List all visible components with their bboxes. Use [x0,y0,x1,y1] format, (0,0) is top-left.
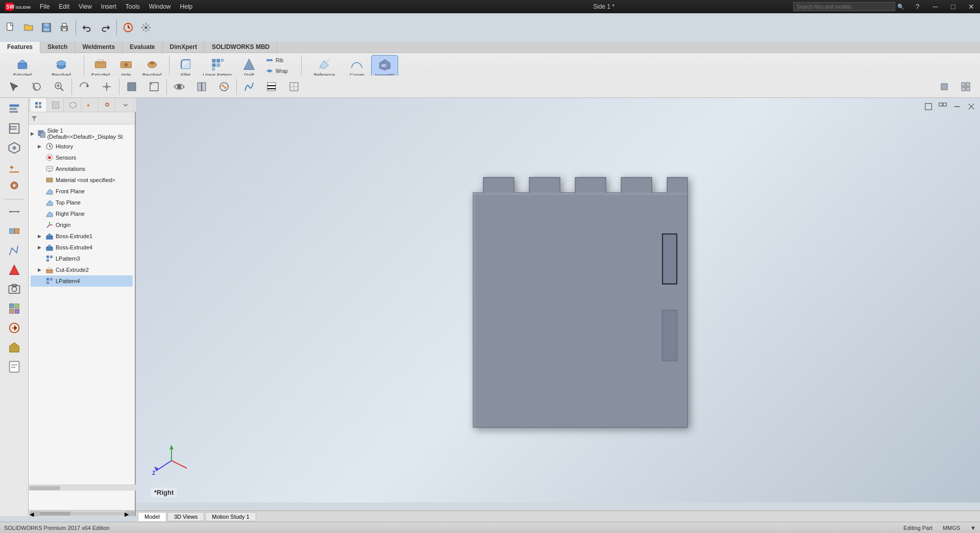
sketch-icon[interactable] [4,241,24,260]
menu-help[interactable]: Help [176,2,197,12]
tab-dimxpert[interactable]: DimXpert [163,42,205,53]
simulation-icon[interactable] [4,261,24,279]
display-tab[interactable] [100,98,116,112]
vt-minimize-btn[interactable] [950,100,964,113]
redo-btn[interactable] [96,19,114,36]
select-btn[interactable] [4,80,24,94]
feature-manager-icon[interactable] [4,100,24,118]
vt-close-btn[interactable] [965,100,978,113]
curvature-btn[interactable] [239,80,259,94]
menu-insert[interactable]: Insert [97,2,120,12]
minimize-btn[interactable]: ─ [926,0,944,13]
config-tab[interactable] [65,98,81,112]
tree-right-plane[interactable]: ▶ Right Plane [31,208,133,219]
scroll-right-btn[interactable]: ▶ [125,511,135,516]
vt-tile-btn[interactable] [936,100,949,113]
search-icon[interactable]: 🔍 [897,4,904,10]
open-btn[interactable] [20,19,37,36]
tree-sensors[interactable]: ▶ Sensors [31,152,133,163]
photo-view-icon[interactable] [4,280,24,298]
help-close-btn[interactable]: ? [909,0,926,13]
tree-lpattern4[interactable]: ▶ LPattern4 [31,275,133,287]
tree-lpattern3[interactable]: ▶ LPattern3 [31,253,133,264]
tab-weldments[interactable]: Weldments [75,42,122,53]
display-grid-btn[interactable] [284,80,304,94]
scroll-left-btn[interactable]: ◀ [30,511,40,516]
sketch-selection-btn[interactable] [27,80,47,94]
undo-btn[interactable] [79,19,96,36]
dimension-tab[interactable]: + [82,98,99,112]
menu-view[interactable]: View [75,2,96,12]
rotate-btn[interactable] [74,80,94,94]
tab-3d-views[interactable]: 3D Views [167,512,204,521]
h-scrollbar-thumb[interactable] [30,486,60,490]
tab-features[interactable]: Features [0,42,40,53]
maximize-btn[interactable]: □ [944,0,962,13]
tree-annotations[interactable]: ▶ Annotations [31,163,133,174]
appearance-btn[interactable] [214,80,234,94]
tree-front-plane[interactable]: ▶ Front Plane [31,186,133,197]
pan-btn[interactable] [96,80,117,94]
svg-text:+: + [9,163,13,171]
rib-btn[interactable]: Rib [263,55,297,65]
property-tab[interactable] [48,98,64,112]
view-split-btn[interactable] [955,80,976,94]
vt-restore-btn[interactable] [922,100,935,113]
options-btn[interactable] [137,19,155,36]
print-btn[interactable] [56,19,73,36]
tree-material[interactable]: ▶ Material <not specified> [31,174,133,186]
scrollbar-thumb[interactable] [40,512,70,516]
svg-text:Z: Z [152,470,156,476]
front-view-btn[interactable] [934,80,954,94]
task-pane-icon[interactable] [4,319,24,337]
menu-file[interactable]: File [36,2,54,12]
tab-evaluate[interactable]: Evaluate [122,42,162,53]
units-dropdown[interactable]: ▼ [970,525,976,531]
tab-sketch[interactable]: Sketch [40,42,75,53]
mate-icon[interactable] [4,222,24,240]
close-btn[interactable]: ✕ [962,0,980,13]
save-btn[interactable] [38,19,55,36]
display-manager-icon[interactable] [4,177,24,196]
display-style-btn[interactable] [121,80,142,94]
tree-origin[interactable]: ▶ Origin [31,219,133,231]
menu-window[interactable]: Window [145,2,175,12]
zebra-stripes-btn[interactable] [261,80,282,94]
dim-expert-icon[interactable]: + [4,158,24,176]
new-btn[interactable] [2,19,19,36]
tree-boss-extrude1[interactable]: ▶ Boss-Extrude1 [31,231,133,242]
section-view-btn[interactable] [191,80,212,94]
tab-solidworks-mbd[interactable]: SOLIDWORKS MBD [205,42,277,53]
zoom-btn[interactable] [49,80,69,94]
feature-tree-tab[interactable] [31,98,47,112]
scrollbar-track[interactable] [40,512,125,516]
tree-top-plane[interactable]: ▶ Top Plane [31,197,133,208]
viewport[interactable]: Z *Right [136,98,980,502]
sensors-label: Sensors [56,155,76,161]
search-input[interactable] [793,2,895,11]
drawing-icon[interactable] [4,358,24,376]
menu-edit[interactable]: Edit [55,2,74,12]
rebuild-btn[interactable] [119,19,137,36]
assembly-icon[interactable] [4,338,24,357]
menu-tools[interactable]: Tools [121,2,144,12]
svg-text:3D: 3D [381,63,386,68]
wrap-btn[interactable]: Wrap [263,66,297,76]
tab-model[interactable]: Model [138,512,166,521]
feature-panel-scrollbar[interactable]: ◀ ▶ [29,510,135,516]
toolbar-divider [76,20,76,35]
tree-root[interactable]: ▶ Side 1 (Default<<Default>_Display St [31,126,133,141]
smart-dimension-icon[interactable] [4,202,24,221]
svg-marker-156 [169,445,174,449]
tab-motion-study[interactable]: Motion Study 1 [205,512,256,521]
expand-panel-btn[interactable] [117,98,134,112]
hide-show-btn[interactable] [169,80,189,94]
h-scrollbar[interactable] [29,485,136,491]
tree-cut-extrude2[interactable]: ▶ Cut-Extrude2 [31,264,133,275]
view-orientation-btn[interactable] [144,80,164,94]
property-manager-icon[interactable] [4,119,24,138]
tree-boss-extrude4[interactable]: ▶ Boss-Extrude4 [31,242,133,253]
blocks-icon[interactable] [4,299,24,318]
config-manager-icon[interactable] [4,139,24,157]
tree-history[interactable]: ▶ History [31,141,133,152]
